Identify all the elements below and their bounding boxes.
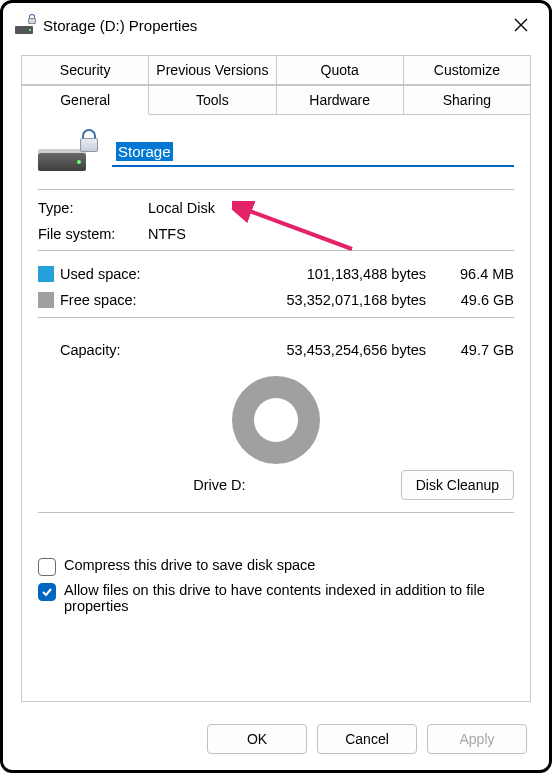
filesystem-label: File system: bbox=[38, 226, 148, 242]
compress-label: Compress this drive to save disk space bbox=[64, 557, 315, 573]
tab-hardware[interactable]: Hardware bbox=[276, 85, 404, 115]
free-space-label: Free space: bbox=[60, 292, 170, 308]
type-value: Local Disk bbox=[148, 200, 514, 216]
tab-sharing[interactable]: Sharing bbox=[403, 85, 531, 115]
type-label: Type: bbox=[38, 200, 148, 216]
titlebar: Storage (D:) Properties bbox=[3, 3, 549, 47]
tabs-row-2: General Tools Hardware Sharing bbox=[21, 85, 531, 115]
tab-previous-versions[interactable]: Previous Versions bbox=[148, 55, 276, 85]
separator bbox=[38, 317, 514, 318]
free-space-hr: 49.6 GB bbox=[434, 292, 514, 308]
drive-lock-icon bbox=[15, 16, 35, 34]
capacity-hr: 49.7 GB bbox=[434, 342, 514, 358]
tab-security[interactable]: Security bbox=[21, 55, 149, 85]
capacity-label: Capacity: bbox=[60, 342, 170, 358]
general-panel: Storage Type: Local Disk File system: NT… bbox=[21, 115, 531, 702]
drive-name-input[interactable]: Storage bbox=[112, 140, 514, 167]
filesystem-value: NTFS bbox=[148, 226, 514, 242]
index-checkbox[interactable] bbox=[38, 583, 56, 601]
free-space-swatch bbox=[38, 292, 54, 308]
used-space-label: Used space: bbox=[60, 266, 170, 282]
disk-cleanup-button[interactable]: Disk Cleanup bbox=[401, 470, 514, 500]
window-title: Storage (D:) Properties bbox=[43, 17, 505, 34]
tabs-row-1: Security Previous Versions Quota Customi… bbox=[21, 55, 531, 85]
used-space-hr: 96.4 MB bbox=[434, 266, 514, 282]
apply-button[interactable]: Apply bbox=[427, 724, 527, 754]
used-space-swatch bbox=[38, 266, 54, 282]
compress-checkbox[interactable] bbox=[38, 558, 56, 576]
separator bbox=[38, 512, 514, 513]
ok-button[interactable]: OK bbox=[207, 724, 307, 754]
properties-dialog: Storage (D:) Properties Security Previou… bbox=[0, 0, 552, 773]
tab-quota[interactable]: Quota bbox=[276, 55, 404, 85]
close-button[interactable] bbox=[505, 9, 537, 41]
tab-tools[interactable]: Tools bbox=[148, 85, 276, 115]
separator bbox=[38, 189, 514, 190]
usage-pie-chart bbox=[38, 376, 514, 464]
tab-general[interactable]: General bbox=[21, 85, 149, 115]
index-label: Allow files on this drive to have conten… bbox=[64, 582, 514, 614]
dialog-content: Security Previous Versions Quota Customi… bbox=[3, 47, 549, 714]
capacity-bytes: 53,453,254,656 bytes bbox=[170, 342, 434, 358]
dialog-footer: OK Cancel Apply bbox=[3, 714, 549, 770]
drive-icon bbox=[38, 131, 94, 175]
separator bbox=[38, 250, 514, 251]
drive-label: Drive D: bbox=[38, 477, 401, 493]
cancel-button[interactable]: Cancel bbox=[317, 724, 417, 754]
used-space-bytes: 101,183,488 bytes bbox=[170, 266, 434, 282]
free-space-bytes: 53,352,071,168 bytes bbox=[170, 292, 434, 308]
tab-customize[interactable]: Customize bbox=[403, 55, 531, 85]
